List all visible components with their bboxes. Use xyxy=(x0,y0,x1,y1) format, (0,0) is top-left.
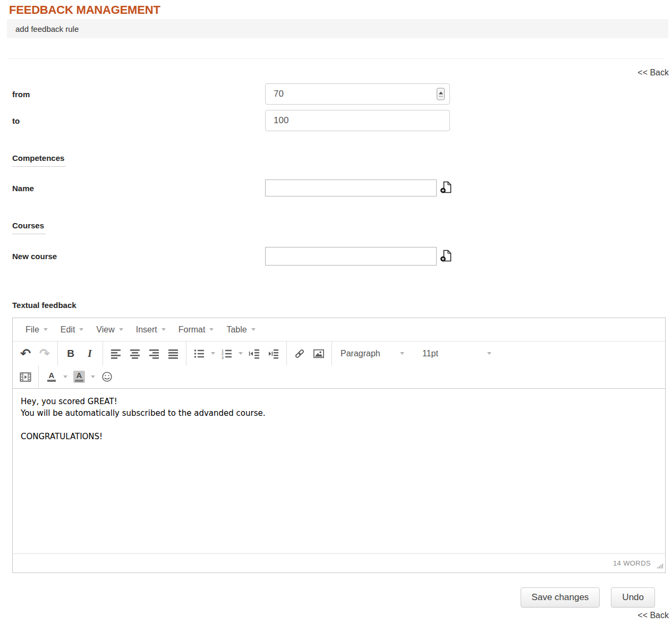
to-input[interactable] xyxy=(265,110,450,131)
editor-menubar: File Edit View Insert Format Table xyxy=(13,318,665,341)
to-label: to xyxy=(0,116,265,125)
menu-view[interactable]: View xyxy=(90,318,129,341)
breadcrumb: add feedback rule xyxy=(15,24,79,33)
align-left-icon[interactable] xyxy=(106,345,125,362)
back-link-top[interactable]: << Back xyxy=(0,68,669,78)
numbered-list-caret-icon[interactable] xyxy=(236,345,245,362)
menu-insert-label: Insert xyxy=(136,325,157,335)
rich-text-editor: File Edit View Insert Format Table ↶ ↷ xyxy=(12,318,666,573)
from-label: from xyxy=(0,90,265,99)
editor-content-area[interactable]: Hey, you scored GREAT! You will be autom… xyxy=(13,388,665,553)
insert-media-icon[interactable] xyxy=(16,369,35,385)
menu-view-label: View xyxy=(96,325,114,335)
textual-feedback-label: Textual feedback xyxy=(12,301,672,310)
menu-format-label: Format xyxy=(178,325,206,335)
editor-text-line xyxy=(21,419,657,431)
media-group xyxy=(13,365,39,388)
add-course-button[interactable] xyxy=(440,250,452,263)
new-course-row: New course xyxy=(0,247,672,266)
link-image-group xyxy=(287,341,332,365)
align-justify-icon[interactable] xyxy=(164,345,183,362)
header-divider xyxy=(7,58,665,59)
background-color-icon[interactable]: A xyxy=(70,369,89,385)
editor-text-line: You will be automatically subscribed to … xyxy=(21,407,657,419)
menu-insert[interactable]: Insert xyxy=(130,318,172,341)
menu-table[interactable]: Table xyxy=(220,318,261,341)
editor-toolbar-row1: ↶ ↷ B I 123 xyxy=(13,341,665,365)
color-emoticon-group: A A xyxy=(39,365,120,388)
menu-edit-label: Edit xyxy=(61,325,75,335)
number-spinner-icon[interactable] xyxy=(437,88,445,100)
background-color-caret-icon[interactable] xyxy=(89,369,97,385)
undo-button[interactable]: Undo xyxy=(611,587,655,608)
chevron-down-icon xyxy=(251,328,256,331)
chevron-down-icon xyxy=(400,352,404,355)
bullet-list-icon[interactable] xyxy=(190,345,209,362)
add-document-icon xyxy=(440,250,452,263)
bold-icon[interactable]: B xyxy=(61,345,80,362)
competence-name-input[interactable] xyxy=(265,179,437,196)
outdent-icon[interactable] xyxy=(245,345,264,362)
chevron-down-icon xyxy=(487,352,491,355)
italic-icon[interactable]: I xyxy=(80,345,99,362)
spinner-up-arrow-icon[interactable] xyxy=(439,91,443,94)
redo-icon[interactable]: ↷ xyxy=(35,345,54,362)
alignment-group xyxy=(103,341,186,365)
chevron-down-icon xyxy=(44,328,48,331)
name-label: Name xyxy=(0,184,265,193)
svg-text:3: 3 xyxy=(222,355,224,359)
add-competence-button[interactable] xyxy=(440,181,452,195)
menu-file-label: File xyxy=(25,325,39,335)
editor-text-line: CONGRATULATIONS! xyxy=(21,431,657,442)
new-course-input[interactable] xyxy=(265,247,437,266)
list-indent-group: 123 xyxy=(186,341,287,365)
chevron-down-icon xyxy=(79,328,83,331)
menu-file[interactable]: File xyxy=(19,318,54,341)
insert-link-icon[interactable] xyxy=(290,345,309,362)
from-row: from xyxy=(0,83,672,105)
spinner-down-arrow-icon[interactable] xyxy=(439,96,443,97)
bullet-list-caret-icon[interactable] xyxy=(209,345,217,362)
bold-italic-group: B I xyxy=(58,341,103,365)
chevron-down-icon xyxy=(161,328,166,331)
courses-heading: Courses xyxy=(12,221,46,234)
menu-format[interactable]: Format xyxy=(172,318,220,341)
numbered-list-icon[interactable]: 123 xyxy=(217,345,236,362)
to-input-wrap xyxy=(265,110,450,131)
text-color-caret-icon[interactable] xyxy=(61,369,70,385)
editor-statusbar: 14 WORDS xyxy=(13,553,665,572)
align-right-icon[interactable] xyxy=(144,345,164,362)
competences-heading: Competences xyxy=(12,153,66,167)
indent-icon[interactable] xyxy=(264,345,283,362)
font-size-dropdown[interactable]: 11pt xyxy=(417,349,497,358)
paragraph-style-value: Paragraph xyxy=(341,349,380,358)
page-title: FEEDBACK MANAGEMENT xyxy=(9,3,672,17)
name-row: Name xyxy=(0,179,672,196)
undo-icon[interactable]: ↶ xyxy=(16,345,35,362)
back-link-bottom[interactable]: << Back xyxy=(0,611,669,620)
undo-redo-group: ↶ ↷ xyxy=(13,341,58,365)
menu-table-label: Table xyxy=(226,325,246,335)
insert-image-icon[interactable] xyxy=(309,345,328,362)
paragraph-style-dropdown[interactable]: Paragraph xyxy=(335,349,410,358)
new-course-label: New course xyxy=(0,252,265,261)
from-input-wrap xyxy=(265,83,450,105)
action-buttons-row: Save changes Undo xyxy=(0,587,655,608)
word-count: 14 WORDS xyxy=(613,559,651,567)
chevron-down-icon xyxy=(119,328,123,331)
format-selects-group: Paragraph 11pt xyxy=(332,341,500,365)
font-size-value: 11pt xyxy=(422,349,438,358)
to-row: to xyxy=(0,110,672,131)
resize-grip-icon[interactable] xyxy=(657,562,664,570)
editor-text-line: Hey, you scored GREAT! xyxy=(21,396,657,407)
add-document-icon xyxy=(440,181,452,195)
breadcrumb-bar: add feedback rule xyxy=(7,19,668,38)
save-changes-button[interactable]: Save changes xyxy=(521,587,600,608)
emoticon-icon[interactable] xyxy=(97,369,116,385)
text-color-icon[interactable]: A xyxy=(42,369,61,385)
editor-toolbar-row2: A A xyxy=(13,365,665,388)
align-center-icon[interactable] xyxy=(125,345,144,362)
chevron-down-icon xyxy=(209,328,214,331)
from-input[interactable] xyxy=(265,83,450,105)
menu-edit[interactable]: Edit xyxy=(54,318,90,341)
